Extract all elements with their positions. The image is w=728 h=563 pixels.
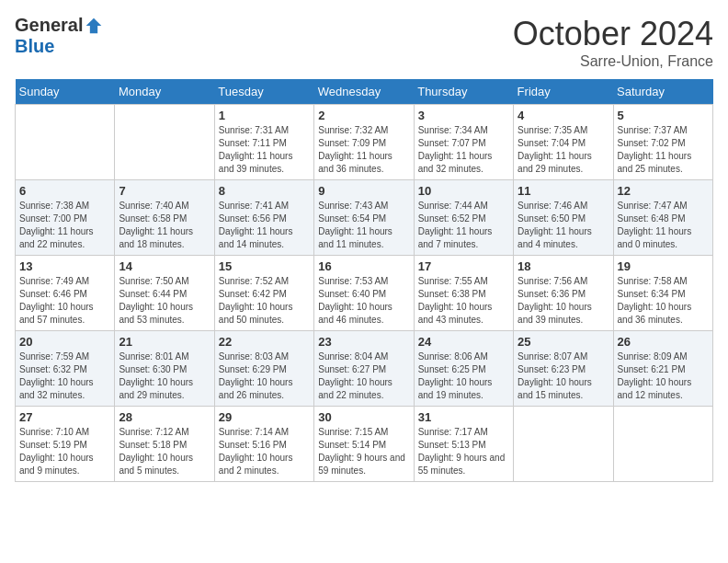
day-info: Sunrise: 7:14 AM Sunset: 5:16 PM Dayligh… <box>219 426 310 477</box>
calendar-cell <box>613 407 712 482</box>
calendar-cell <box>115 105 214 180</box>
day-number: 14 <box>119 259 210 273</box>
calendar-cell: 18Sunrise: 7:56 AM Sunset: 6:36 PM Dayli… <box>514 256 613 331</box>
calendar-cell: 29Sunrise: 7:14 AM Sunset: 5:16 PM Dayli… <box>214 407 313 482</box>
day-info: Sunrise: 7:53 AM Sunset: 6:40 PM Dayligh… <box>318 275 409 327</box>
day-info: Sunrise: 7:17 AM Sunset: 5:13 PM Dayligh… <box>418 426 509 477</box>
calendar-cell: 20Sunrise: 7:59 AM Sunset: 6:32 PM Dayli… <box>16 331 115 407</box>
calendar-cell: 7Sunrise: 7:40 AM Sunset: 6:58 PM Daylig… <box>115 180 214 256</box>
day-info: Sunrise: 7:44 AM Sunset: 6:52 PM Dayligh… <box>418 200 509 251</box>
calendar-cell: 31Sunrise: 7:17 AM Sunset: 5:13 PM Dayli… <box>414 407 513 482</box>
calendar-cell: 24Sunrise: 8:06 AM Sunset: 6:25 PM Dayli… <box>414 331 513 407</box>
day-info: Sunrise: 7:15 AM Sunset: 5:14 PM Dayligh… <box>318 426 409 477</box>
calendar-week-row: 6Sunrise: 7:38 AM Sunset: 7:00 PM Daylig… <box>16 180 713 256</box>
day-number: 9 <box>318 184 409 198</box>
calendar-cell: 15Sunrise: 7:52 AM Sunset: 6:42 PM Dayli… <box>214 256 313 331</box>
calendar-week-row: 27Sunrise: 7:10 AM Sunset: 5:19 PM Dayli… <box>16 407 713 482</box>
day-number: 11 <box>518 184 609 198</box>
day-info: Sunrise: 7:41 AM Sunset: 6:56 PM Dayligh… <box>219 200 310 251</box>
day-info: Sunrise: 7:56 AM Sunset: 6:36 PM Dayligh… <box>518 275 609 327</box>
day-number: 31 <box>418 410 509 424</box>
calendar-week-row: 13Sunrise: 7:49 AM Sunset: 6:46 PM Dayli… <box>16 256 713 331</box>
day-header-monday: Monday <box>115 79 214 105</box>
calendar-week-row: 1Sunrise: 7:31 AM Sunset: 7:11 PM Daylig… <box>16 105 713 180</box>
day-number: 1 <box>219 109 310 122</box>
day-info: Sunrise: 8:06 AM Sunset: 6:25 PM Dayligh… <box>418 350 509 402</box>
title-block: October 2024 Sarre-Union, France <box>513 15 713 70</box>
day-info: Sunrise: 7:10 AM Sunset: 5:19 PM Dayligh… <box>19 426 110 477</box>
day-number: 23 <box>318 335 409 349</box>
day-info: Sunrise: 7:59 AM Sunset: 6:32 PM Dayligh… <box>19 350 110 402</box>
calendar-cell: 16Sunrise: 7:53 AM Sunset: 6:40 PM Dayli… <box>314 256 414 331</box>
calendar-cell: 22Sunrise: 8:03 AM Sunset: 6:29 PM Dayli… <box>214 331 313 407</box>
calendar-cell: 26Sunrise: 8:09 AM Sunset: 6:21 PM Dayli… <box>613 331 712 407</box>
day-number: 3 <box>418 109 509 122</box>
day-info: Sunrise: 8:03 AM Sunset: 6:29 PM Dayligh… <box>219 350 310 402</box>
day-info: Sunrise: 7:47 AM Sunset: 6:48 PM Dayligh… <box>618 200 709 251</box>
day-header-sunday: Sunday <box>16 79 115 105</box>
day-info: Sunrise: 7:35 AM Sunset: 7:04 PM Dayligh… <box>518 124 609 176</box>
day-info: Sunrise: 7:37 AM Sunset: 7:02 PM Dayligh… <box>618 124 709 176</box>
day-info: Sunrise: 7:46 AM Sunset: 6:50 PM Dayligh… <box>518 200 609 251</box>
calendar-cell: 2Sunrise: 7:32 AM Sunset: 7:09 PM Daylig… <box>314 105 414 180</box>
day-number: 18 <box>518 259 609 273</box>
day-number: 5 <box>618 109 709 122</box>
calendar-cell: 10Sunrise: 7:44 AM Sunset: 6:52 PM Dayli… <box>414 180 513 256</box>
day-number: 21 <box>119 335 210 349</box>
calendar-cell: 25Sunrise: 8:07 AM Sunset: 6:23 PM Dayli… <box>514 331 613 407</box>
day-header-friday: Friday <box>514 79 613 105</box>
calendar-cell: 9Sunrise: 7:43 AM Sunset: 6:54 PM Daylig… <box>314 180 414 256</box>
day-number: 16 <box>318 259 409 273</box>
logo: General Blue <box>15 15 103 57</box>
logo-general-text: General <box>15 15 83 36</box>
day-number: 15 <box>219 259 310 273</box>
calendar-cell: 13Sunrise: 7:49 AM Sunset: 6:46 PM Dayli… <box>16 256 115 331</box>
day-number: 25 <box>518 335 609 349</box>
calendar-cell: 23Sunrise: 8:04 AM Sunset: 6:27 PM Dayli… <box>314 331 414 407</box>
day-number: 17 <box>418 259 509 273</box>
logo-icon <box>85 17 103 35</box>
calendar-cell: 19Sunrise: 7:58 AM Sunset: 6:34 PM Dayli… <box>613 256 712 331</box>
day-number: 19 <box>618 259 709 273</box>
calendar-cell: 17Sunrise: 7:55 AM Sunset: 6:38 PM Dayli… <box>414 256 513 331</box>
day-info: Sunrise: 7:12 AM Sunset: 5:18 PM Dayligh… <box>119 426 210 477</box>
day-number: 20 <box>19 335 110 349</box>
calendar-table: SundayMondayTuesdayWednesdayThursdayFrid… <box>15 79 713 482</box>
day-header-saturday: Saturday <box>613 79 712 105</box>
day-info: Sunrise: 7:31 AM Sunset: 7:11 PM Dayligh… <box>219 124 310 176</box>
day-number: 27 <box>19 410 110 424</box>
location-subtitle: Sarre-Union, France <box>513 53 713 70</box>
calendar-cell: 1Sunrise: 7:31 AM Sunset: 7:11 PM Daylig… <box>214 105 313 180</box>
calendar-cell: 8Sunrise: 7:41 AM Sunset: 6:56 PM Daylig… <box>214 180 313 256</box>
day-info: Sunrise: 7:58 AM Sunset: 6:34 PM Dayligh… <box>618 275 709 327</box>
days-header-row: SundayMondayTuesdayWednesdayThursdayFrid… <box>16 79 713 105</box>
day-info: Sunrise: 7:38 AM Sunset: 7:00 PM Dayligh… <box>19 200 110 251</box>
calendar-cell: 27Sunrise: 7:10 AM Sunset: 5:19 PM Dayli… <box>16 407 115 482</box>
logo-blue-text: Blue <box>15 36 54 57</box>
day-number: 28 <box>119 410 210 424</box>
day-number: 7 <box>119 184 210 198</box>
day-number: 8 <box>219 184 310 198</box>
calendar-cell: 3Sunrise: 7:34 AM Sunset: 7:07 PM Daylig… <box>414 105 513 180</box>
calendar-cell <box>514 407 613 482</box>
calendar-cell: 21Sunrise: 8:01 AM Sunset: 6:30 PM Dayli… <box>115 331 214 407</box>
day-number: 22 <box>219 335 310 349</box>
day-number: 6 <box>19 184 110 198</box>
calendar-cell: 4Sunrise: 7:35 AM Sunset: 7:04 PM Daylig… <box>514 105 613 180</box>
calendar-cell: 12Sunrise: 7:47 AM Sunset: 6:48 PM Dayli… <box>613 180 712 256</box>
calendar-cell: 30Sunrise: 7:15 AM Sunset: 5:14 PM Dayli… <box>314 407 414 482</box>
day-info: Sunrise: 7:32 AM Sunset: 7:09 PM Dayligh… <box>318 124 409 176</box>
day-number: 30 <box>318 410 409 424</box>
calendar-week-row: 20Sunrise: 7:59 AM Sunset: 6:32 PM Dayli… <box>16 331 713 407</box>
day-info: Sunrise: 8:01 AM Sunset: 6:30 PM Dayligh… <box>119 350 210 402</box>
day-number: 10 <box>418 184 509 198</box>
day-number: 13 <box>19 259 110 273</box>
day-info: Sunrise: 7:40 AM Sunset: 6:58 PM Dayligh… <box>119 200 210 251</box>
day-info: Sunrise: 7:50 AM Sunset: 6:44 PM Dayligh… <box>119 275 210 327</box>
day-info: Sunrise: 7:49 AM Sunset: 6:46 PM Dayligh… <box>19 275 110 327</box>
day-number: 2 <box>318 109 409 122</box>
calendar-cell: 5Sunrise: 7:37 AM Sunset: 7:02 PM Daylig… <box>613 105 712 180</box>
day-number: 12 <box>618 184 709 198</box>
calendar-cell: 11Sunrise: 7:46 AM Sunset: 6:50 PM Dayli… <box>514 180 613 256</box>
page-header: General Blue October 2024 Sarre-Union, F… <box>15 15 713 70</box>
